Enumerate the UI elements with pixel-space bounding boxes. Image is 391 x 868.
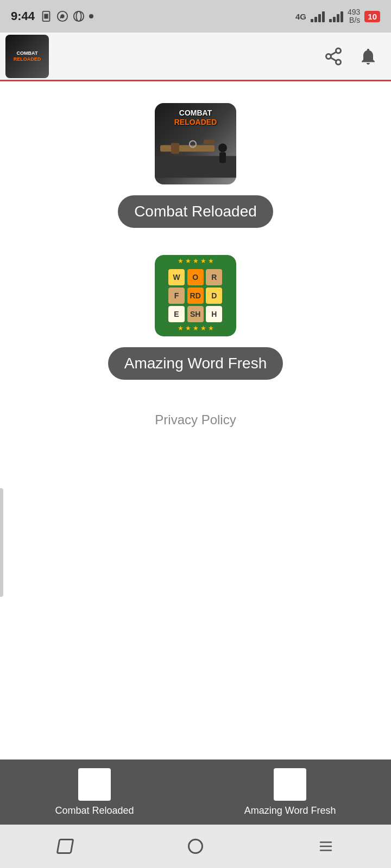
svg-rect-12	[204, 140, 215, 144]
word-cell-h: H	[206, 306, 222, 322]
svg-point-4	[76, 11, 81, 21]
sim-icon	[40, 10, 52, 22]
recents-icon	[318, 838, 334, 854]
status-right: 4G 493B/s 10	[295, 8, 380, 25]
privacy-policy-link[interactable]: Privacy Policy	[155, 412, 236, 427]
amazing-word-fresh-label: Amazing Word Fresh	[108, 347, 283, 380]
svg-rect-11	[160, 145, 215, 152]
word-fresh-icon: ★ ★ ★ ★ ★ W O R F RD D E SH H	[155, 255, 236, 336]
word-cell-d: D	[206, 288, 222, 304]
bottom-nav-tabs: Combat Reloaded Amazing Word Fresh	[0, 760, 391, 825]
bottom-thumb-word	[274, 768, 306, 801]
word-cell-sh: SH	[187, 306, 204, 322]
back-icon	[56, 839, 74, 854]
combat-reloaded-label: Combat Reloaded	[118, 195, 273, 228]
bottom-label-combat: Combat Reloaded	[55, 805, 134, 816]
svg-point-15	[218, 144, 227, 152]
svg-point-3	[74, 11, 84, 21]
signal-bars-1	[311, 10, 325, 22]
header-thumbnail: COMBATRELOADED	[5, 35, 49, 78]
word-cell-r: R	[206, 269, 222, 285]
svg-line-8	[331, 58, 336, 61]
bottom-label-word: Amazing Word Fresh	[244, 805, 336, 816]
home-icon	[188, 839, 203, 854]
word-cell-rd: RD	[187, 288, 204, 304]
notification-dot	[89, 14, 93, 18]
word-grid: W O R F RD D E SH H	[168, 269, 223, 322]
recents-button[interactable]	[312, 833, 339, 860]
speed-display: 493B/s	[348, 8, 360, 25]
word-stars-top: ★ ★ ★ ★ ★	[178, 257, 214, 265]
word-cell-f: F	[168, 288, 185, 304]
status-bar: 9:44 4G	[0, 0, 391, 33]
word-cell-e: E	[168, 306, 185, 322]
svg-rect-1	[44, 14, 48, 18]
signal-bars-2	[329, 10, 343, 22]
bottom-tab-combat[interactable]: Combat Reloaded	[55, 768, 134, 816]
android-nav	[0, 825, 391, 868]
back-button[interactable]	[52, 833, 79, 860]
amazing-word-fresh-card[interactable]: ★ ★ ★ ★ ★ W O R F RD D E SH H	[108, 255, 283, 380]
notification-button[interactable]	[356, 44, 380, 68]
word-stars-bottom: ★ ★ ★ ★ ★	[178, 324, 214, 332]
status-time: 9:44	[11, 9, 93, 23]
svg-rect-16	[219, 152, 226, 163]
main-content: COMBATRELOADED Combat Reloa	[0, 81, 391, 427]
combat-reloaded-icon: COMBATRELOADED	[155, 103, 236, 184]
word-cell-o: O	[187, 269, 204, 285]
status-icons	[40, 10, 93, 22]
header-actions	[321, 44, 386, 68]
bell-icon	[358, 47, 378, 66]
app-header: COMBATRELOADED	[0, 33, 391, 81]
opera-icon	[73, 10, 85, 22]
time-display: 9:44	[11, 9, 35, 23]
svg-line-9	[331, 52, 336, 55]
side-handle	[0, 488, 3, 597]
whatsapp-icon	[56, 10, 68, 22]
share-icon	[324, 47, 343, 66]
4g-label: 4G	[295, 12, 306, 21]
bottom-thumb-combat	[78, 768, 111, 801]
bottom-tab-word[interactable]: Amazing Word Fresh	[244, 768, 336, 816]
share-button[interactable]	[321, 44, 345, 68]
battery-badge: 10	[364, 11, 380, 22]
home-button[interactable]	[182, 833, 209, 860]
svg-rect-13	[171, 143, 179, 154]
combat-reloaded-card[interactable]: COMBATRELOADED Combat Reloa	[118, 103, 273, 228]
word-cell-w: W	[168, 269, 185, 285]
gun-graphic	[155, 122, 236, 179]
